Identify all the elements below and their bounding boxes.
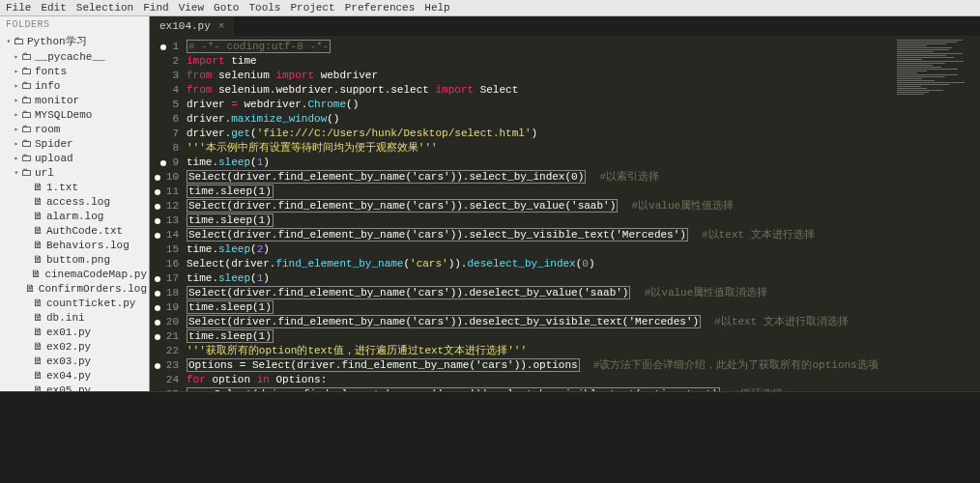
modified-marker	[155, 218, 160, 224]
file-item[interactable]: Behaviors.log	[0, 238, 149, 252]
line-number: 12	[166, 199, 179, 213]
code-line[interactable]: time.sleep(1)	[187, 329, 893, 344]
main-area: FOLDERS ▾Python学习▸__pycache__▸fonts▸info…	[0, 16, 980, 391]
file-icon	[33, 224, 46, 237]
code-line[interactable]: '''本示例中所有设置等待时间均为便于观察效果'''	[187, 141, 893, 156]
folder-icon	[21, 79, 35, 92]
line-number: 9	[172, 156, 179, 170]
code-line[interactable]: time.sleep(1)	[187, 156, 893, 170]
tree-label: room	[35, 124, 60, 135]
folder-tree[interactable]: ▾Python学习▸__pycache__▸fonts▸info▸monitor…	[0, 33, 149, 391]
code-line[interactable]: Select(driver.find_element_by_name('cars…	[187, 257, 893, 271]
line-number: 4	[172, 83, 179, 98]
file-item[interactable]: cinemaCodeMap.py	[0, 267, 149, 281]
modified-marker	[155, 363, 160, 369]
code-line[interactable]: from selenium.webdriver.support.select i…	[187, 83, 893, 98]
code-line[interactable]: from selenium import webdriver	[187, 69, 893, 83]
folder-item[interactable]: ▸info	[0, 78, 149, 93]
close-icon[interactable]: ×	[218, 20, 225, 32]
menu-item[interactable]: Selection	[76, 2, 133, 14]
code-line[interactable]: Select(driver.find_element_by_name('cars…	[187, 315, 893, 329]
line-number: 22	[166, 344, 179, 358]
tree-label: monitor	[35, 95, 79, 106]
menu-item[interactable]: Help	[424, 2, 449, 14]
menu-item[interactable]: Edit	[41, 2, 66, 14]
modified-marker	[155, 334, 160, 340]
file-item[interactable]: ConfirmOrders.log	[0, 281, 149, 296]
code-editor[interactable]: # -*- coding:utf-8 -*-import timefrom se…	[187, 36, 893, 391]
folder-item[interactable]: ▸monitor	[0, 93, 149, 107]
code-line[interactable]: Select(driver.find_element_by_name('cars…	[187, 170, 893, 185]
file-item[interactable]: ex04.py	[0, 368, 149, 383]
folder-item[interactable]: ▸__pycache__	[0, 49, 149, 64]
file-item[interactable]: ex01.py	[0, 325, 149, 339]
code-line[interactable]: '''获取所有的option的text值，进行遍历通过text文本进行选择'''	[187, 344, 893, 358]
file-item[interactable]: ex03.py	[0, 354, 149, 368]
modified-marker	[155, 204, 160, 210]
code-line[interactable]: for option in Options:	[187, 373, 893, 387]
line-number: 2	[172, 54, 179, 69]
code-line[interactable]: Select(driver.find_element_by_name('cars…	[187, 286, 893, 300]
folder-icon	[21, 123, 35, 135]
folder-item[interactable]: ▸upload	[0, 151, 149, 165]
folder-item[interactable]: ▾url	[0, 165, 149, 180]
line-number: 13	[166, 213, 179, 228]
line-number: 10	[166, 170, 179, 185]
file-icon	[33, 340, 46, 353]
code-line[interactable]: Select(driver.find_element_by_name('cars…	[187, 387, 893, 391]
file-item[interactable]: AuthCode.txt	[0, 223, 149, 238]
menu-item[interactable]: Tools	[248, 2, 280, 14]
line-number: 11	[166, 185, 179, 199]
folder-item[interactable]: ▸MYSQLDemo	[0, 107, 149, 122]
console-panel[interactable]	[0, 391, 980, 483]
menu-item[interactable]: Preferences	[345, 2, 416, 14]
tree-label: buttom.png	[46, 254, 110, 266]
code-line[interactable]: driver.maximize_window()	[187, 112, 893, 127]
tree-label: 1.txt	[46, 182, 78, 193]
code-line[interactable]: Select(driver.find_element_by_name('cars…	[187, 228, 893, 242]
file-item[interactable]: countTicket.py	[0, 296, 149, 310]
file-item[interactable]: alarm.log	[0, 209, 149, 223]
code-line[interactable]: time.sleep(1)	[187, 300, 893, 315]
modified-marker	[155, 175, 160, 181]
modified-marker	[160, 146, 166, 152]
folder-item[interactable]: ▾Python学习	[0, 33, 149, 49]
tree-label: countTicket.py	[46, 298, 135, 309]
tree-label: upload	[35, 153, 73, 164]
file-tab[interactable]: ex104.py ×	[150, 16, 235, 36]
file-item[interactable]: access.log	[0, 194, 149, 209]
code-line[interactable]: time.sleep(1)	[187, 185, 893, 199]
tree-label: access.log	[46, 196, 110, 208]
file-item[interactable]: ex02.py	[0, 339, 149, 354]
file-item[interactable]: ex05.py	[0, 383, 149, 391]
modified-marker	[155, 291, 160, 297]
code-line[interactable]: # -*- coding:utf-8 -*-	[187, 40, 893, 54]
folder-item[interactable]: ▸fonts	[0, 64, 149, 78]
file-item[interactable]: 1.txt	[0, 180, 149, 194]
code-line[interactable]: time.sleep(2)	[187, 242, 893, 257]
line-number: 19	[166, 300, 179, 315]
menu-item[interactable]: Find	[143, 2, 168, 14]
file-icon	[33, 210, 46, 222]
minimap[interactable]	[893, 36, 980, 391]
modified-marker	[155, 349, 160, 355]
code-line[interactable]: Select(driver.find_element_by_name('cars…	[187, 199, 893, 213]
modified-marker	[155, 262, 160, 268]
code-line[interactable]: Options = Select(driver.find_element_by_…	[187, 358, 893, 373]
folder-icon	[21, 108, 35, 121]
file-icon	[33, 369, 46, 382]
code-line[interactable]: time.sleep(1)	[187, 271, 893, 286]
folder-item[interactable]: ▸room	[0, 122, 149, 136]
file-item[interactable]: db.ini	[0, 310, 149, 325]
menu-item[interactable]: View	[179, 2, 204, 14]
code-line[interactable]: driver = webdriver.Chrome()	[187, 98, 893, 112]
modified-marker	[155, 189, 160, 195]
file-item[interactable]: buttom.png	[0, 252, 149, 267]
folder-item[interactable]: ▸Spider	[0, 136, 149, 151]
code-line[interactable]: import time	[187, 54, 893, 69]
menu-item[interactable]: Goto	[214, 2, 239, 14]
code-line[interactable]: driver.get('file:///C:/Users/hunk/Deskto…	[187, 127, 893, 141]
code-line[interactable]: time.sleep(1)	[187, 213, 893, 228]
menu-item[interactable]: Project	[290, 2, 334, 14]
menu-item[interactable]: File	[6, 2, 31, 14]
